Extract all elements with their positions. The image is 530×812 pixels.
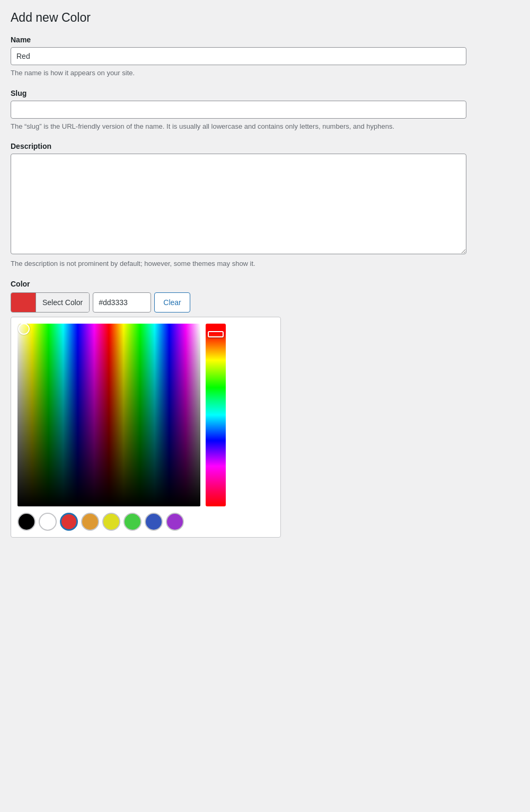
picker-main	[17, 324, 274, 506]
description-hint: The description is not prominent by defa…	[11, 258, 488, 269]
name-label: Name	[11, 35, 488, 44]
color-label: Color	[11, 280, 488, 288]
slug-label: Slug	[11, 89, 488, 97]
swatch-white[interactable]	[39, 513, 57, 531]
description-input[interactable]	[11, 154, 466, 254]
description-field-group: Description The description is not promi…	[11, 142, 488, 269]
name-hint: The name is how it appears on your site.	[11, 68, 488, 78]
swatch-orange[interactable]	[81, 513, 99, 531]
swatch-purple[interactable]	[166, 513, 184, 531]
page-title: Add new Color	[11, 11, 488, 25]
select-color-label: Select Color	[36, 293, 89, 312]
swatch-black[interactable]	[17, 513, 36, 531]
swatch-yellow[interactable]	[102, 513, 120, 531]
hue-slider-track	[206, 324, 226, 506]
slug-field-group: Slug The “slug” is the URL-friendly vers…	[11, 89, 488, 132]
color-hex-input[interactable]	[93, 292, 151, 313]
swatch-red[interactable]	[60, 513, 78, 531]
name-input[interactable]	[11, 47, 466, 65]
color-picker-popup	[11, 317, 281, 538]
color-picker-row: Select Color Clear	[11, 292, 488, 313]
dark-overlay-layer	[17, 324, 200, 506]
color-field-group: Color Select Color Clear	[11, 280, 488, 538]
swatch-blue[interactable]	[145, 513, 163, 531]
preset-swatches	[17, 513, 274, 531]
page-container: Add new Color Name The name is how it ap…	[11, 11, 488, 538]
clear-color-button[interactable]: Clear	[154, 292, 190, 313]
slug-hint: The “slug” is the URL-friendly version o…	[11, 121, 488, 132]
description-label: Description	[11, 142, 488, 150]
select-color-button[interactable]: Select Color	[11, 292, 90, 313]
color-gradient-canvas[interactable]	[17, 324, 200, 506]
color-swatch-preview	[11, 292, 36, 313]
hue-slider-container[interactable]	[206, 324, 226, 506]
name-field-group: Name The name is how it appears on your …	[11, 35, 488, 78]
slug-input[interactable]	[11, 101, 466, 119]
swatch-green[interactable]	[123, 513, 142, 531]
